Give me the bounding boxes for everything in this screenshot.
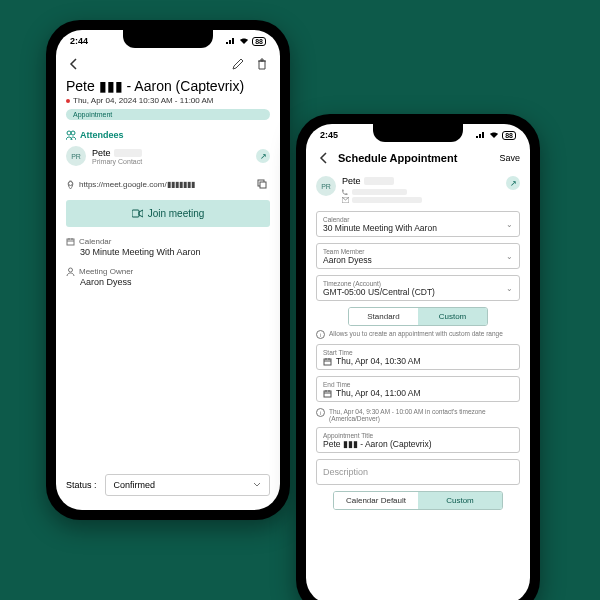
svg-rect-9 — [324, 359, 331, 365]
appointment-datetime: Thu, Apr 04, 2024 10:30 AM - 11:00 AM — [66, 96, 270, 105]
chevron-down-icon: ⌄ — [506, 284, 513, 293]
attendee-row[interactable]: PR Pete Primary Contact ↗ — [66, 146, 270, 166]
contact-card: PR Pete ↗ — [316, 176, 520, 203]
calendar-field[interactable]: Calendar 30 Minute Meeting With Aaron ⌄ — [316, 211, 520, 237]
default-toggle: Calendar Default Custom — [333, 491, 503, 510]
open-contact-icon[interactable]: ↗ — [256, 149, 270, 163]
info-icon: i — [316, 330, 325, 339]
timezone-hint: i Thu, Apr 04, 9:30 AM - 10:00 AM in con… — [316, 408, 520, 422]
svg-rect-4 — [260, 182, 266, 188]
calendar-icon — [66, 237, 75, 246]
wifi-icon — [239, 37, 249, 45]
avatar: PR — [316, 176, 336, 196]
battery-icon: 88 — [252, 37, 266, 46]
attendee-name: Pete — [92, 148, 142, 158]
delete-button[interactable] — [254, 56, 270, 72]
svg-point-0 — [67, 131, 71, 135]
video-icon — [132, 209, 143, 218]
status-label: Status : — [66, 480, 97, 490]
attendee-role: Primary Contact — [92, 158, 142, 165]
owner-row: Meeting Owner Aaron Dyess — [66, 267, 270, 287]
person-icon — [66, 267, 75, 276]
page-title: Schedule Appointment — [338, 152, 457, 164]
phone-icon — [342, 188, 349, 195]
back-button[interactable] — [316, 150, 332, 166]
content[interactable]: PR Pete ↗ — [306, 170, 530, 600]
wifi-icon — [489, 131, 499, 139]
appointment-title-field[interactable]: Appointment Title Pete ▮▮▮ - Aaron (Capt… — [316, 427, 520, 453]
notch — [373, 124, 463, 142]
custom-hint: i Allows you to create an appointment wi… — [316, 330, 520, 339]
screen-right: 2:45 88 Schedule Appointment Save PR Pet… — [306, 124, 530, 600]
svg-rect-10 — [324, 391, 331, 397]
back-button[interactable] — [66, 56, 82, 72]
header — [56, 52, 280, 76]
phone-right: 2:45 88 Schedule Appointment Save PR Pet… — [296, 114, 540, 600]
avatar: PR — [66, 146, 86, 166]
trash-icon — [256, 58, 268, 70]
signal-icon — [476, 131, 486, 139]
copy-icon — [257, 179, 267, 189]
appointment-title: Pete ▮▮▮ - Aaron (Captevrix) — [66, 78, 270, 94]
edit-button[interactable] — [230, 56, 246, 72]
pencil-icon — [232, 58, 244, 70]
start-time-field[interactable]: Start Time Thu, Apr 04, 10:30 AM — [316, 344, 520, 370]
status-time: 2:45 — [320, 130, 338, 140]
end-time-field[interactable]: End Time Thu, Apr 04, 11:00 AM — [316, 376, 520, 402]
standard-toggle[interactable]: Standard — [349, 308, 418, 325]
status-time: 2:44 — [70, 36, 88, 46]
signal-icon — [226, 37, 236, 45]
open-contact-icon[interactable]: ↗ — [506, 176, 520, 190]
battery-icon: 88 — [502, 131, 516, 140]
chevron-down-icon: ⌄ — [506, 220, 513, 229]
join-meeting-button[interactable]: Join meeting — [66, 200, 270, 227]
calendar-row: Calendar 30 Minute Meeting With Aaron — [66, 237, 270, 257]
header: Schedule Appointment Save — [306, 146, 530, 170]
notch — [123, 30, 213, 48]
status-dot-icon — [66, 99, 70, 103]
location-icon — [66, 180, 75, 189]
phone-left: 2:44 88 Pete ▮▮▮ - Aaron (Captevrix) — [46, 20, 290, 520]
people-icon — [66, 130, 76, 140]
screen-left: 2:44 88 Pete ▮▮▮ - Aaron (Captevrix) — [56, 30, 280, 510]
custom-toggle[interactable]: Custom — [418, 308, 487, 325]
owner-value: Aaron Dyess — [80, 277, 270, 287]
chevron-down-icon: ⌄ — [506, 252, 513, 261]
chevron-down-icon — [253, 481, 261, 489]
meeting-link-row: https://meet.google.com/▮▮▮▮▮▮▮ — [66, 176, 270, 192]
info-icon: i — [316, 408, 325, 417]
team-member-field[interactable]: Team Member Aaron Dyess ⌄ — [316, 243, 520, 269]
svg-rect-5 — [132, 210, 139, 217]
svg-point-1 — [71, 131, 75, 135]
svg-rect-6 — [67, 239, 74, 245]
status-select[interactable]: Confirmed — [105, 474, 270, 496]
contact-name: Pete — [342, 176, 500, 186]
mail-icon — [342, 197, 349, 203]
content: Pete ▮▮▮ - Aaron (Captevrix) Thu, Apr 04… — [56, 76, 280, 510]
calendar-value: 30 Minute Meeting With Aaron — [80, 247, 270, 257]
custom-toggle-2[interactable]: Custom — [418, 492, 502, 509]
timezone-field[interactable]: Timezone (Account) GMT-05:00 US/Central … — [316, 275, 520, 301]
appointment-badge: Appointment — [66, 109, 270, 120]
calendar-icon — [323, 357, 332, 366]
calendar-icon — [323, 389, 332, 398]
copy-link-button[interactable] — [254, 176, 270, 192]
status-row: Status : Confirmed — [66, 465, 270, 504]
meeting-url: https://meet.google.com/▮▮▮▮▮▮▮ — [79, 180, 250, 189]
description-field[interactable]: Description — [316, 459, 520, 485]
calendar-default-toggle[interactable]: Calendar Default — [334, 492, 418, 509]
save-button[interactable]: Save — [499, 153, 520, 163]
range-toggle: Standard Custom — [348, 307, 488, 326]
attendees-header: Attendees — [66, 130, 270, 140]
svg-point-7 — [69, 268, 73, 272]
